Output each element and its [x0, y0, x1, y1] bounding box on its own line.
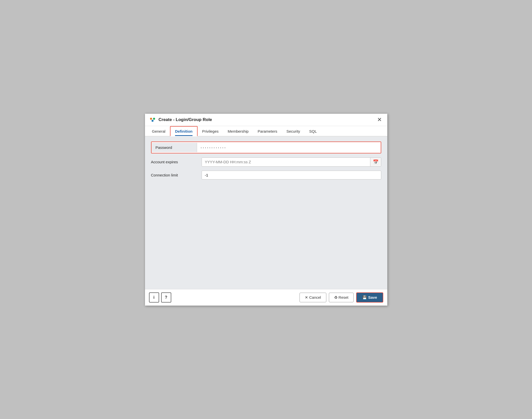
- tabs-bar: General Definition Privileges Membership…: [145, 126, 387, 136]
- role-icon: [149, 116, 156, 123]
- account-expires-label: Account expires: [151, 160, 202, 164]
- tab-parameters[interactable]: Parameters: [253, 127, 282, 136]
- connection-limit-row: Connection limit: [151, 171, 381, 179]
- account-expires-input[interactable]: [202, 158, 370, 166]
- tab-definition[interactable]: Definition: [170, 126, 198, 136]
- password-row: Password ············: [151, 142, 381, 153]
- calendar-button[interactable]: 📅: [370, 158, 381, 166]
- cancel-button[interactable]: ✕ Cancel: [300, 293, 326, 302]
- footer-right: ✕ Cancel ♻ Reset 💾 Save: [300, 292, 383, 303]
- connection-limit-label: Connection limit: [151, 173, 202, 177]
- svg-point-0: [150, 118, 152, 120]
- tab-membership[interactable]: Membership: [223, 127, 253, 136]
- svg-point-2: [152, 120, 154, 122]
- tab-sql[interactable]: SQL: [305, 127, 321, 136]
- account-expires-row: Account expires 📅: [151, 157, 381, 167]
- help-button[interactable]: ?: [161, 292, 171, 303]
- tab-security[interactable]: Security: [282, 127, 305, 136]
- save-button[interactable]: 💾 Save: [356, 292, 383, 303]
- reset-button[interactable]: ♻ Reset: [329, 293, 354, 302]
- connection-limit-field: [202, 171, 381, 179]
- form-content: Password ············ Account expires 📅 …: [145, 136, 387, 289]
- password-dots: ············: [197, 142, 381, 153]
- tab-active-underline: [175, 135, 193, 136]
- dialog: Create - Login/Group Role ✕ General Defi…: [145, 113, 388, 306]
- svg-point-1: [153, 118, 155, 120]
- title-bar-left: Create - Login/Group Role: [149, 116, 212, 123]
- footer: i ? ✕ Cancel ♻ Reset 💾 Save: [145, 289, 387, 306]
- tab-privileges[interactable]: Privileges: [198, 127, 223, 136]
- close-button[interactable]: ✕: [376, 116, 383, 123]
- tab-general[interactable]: General: [147, 127, 170, 136]
- password-label: Password: [152, 143, 197, 152]
- dialog-title: Create - Login/Group Role: [159, 117, 212, 122]
- info-button[interactable]: i: [149, 292, 159, 303]
- footer-left: i ?: [149, 292, 171, 303]
- account-expires-field: 📅: [202, 157, 381, 167]
- connection-limit-input[interactable]: [202, 171, 381, 179]
- title-bar: Create - Login/Group Role ✕: [145, 114, 387, 126]
- expires-wrapper: 📅: [202, 157, 381, 167]
